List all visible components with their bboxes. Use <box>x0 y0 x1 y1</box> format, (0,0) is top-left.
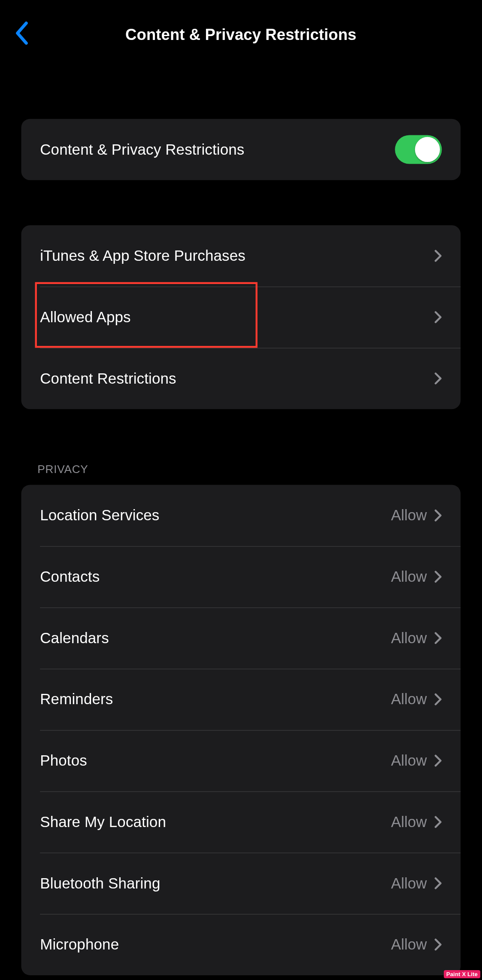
row-label: Bluetooth Sharing <box>40 874 391 892</box>
row-value: Allow <box>391 629 427 647</box>
privacy-group: Location Services Allow Contacts Allow C… <box>21 485 461 975</box>
toggle-knob <box>415 137 440 162</box>
row-label: Content Restrictions <box>40 369 434 387</box>
row-share-my-location[interactable]: Share My Location Allow <box>21 791 461 853</box>
row-calendars[interactable]: Calendars Allow <box>21 608 461 669</box>
main-group: iTunes & App Store Purchases Allowed App… <box>21 225 461 409</box>
row-photos[interactable]: Photos Allow <box>21 730 461 791</box>
restrictions-toggle-label: Content & Privacy Restrictions <box>40 141 395 159</box>
restrictions-toggle[interactable] <box>395 135 442 164</box>
row-value: Allow <box>391 752 427 769</box>
row-value: Allow <box>391 690 427 708</box>
chevron-right-icon <box>434 693 442 705</box>
row-value: Allow <box>391 874 427 892</box>
row-label: Location Services <box>40 507 391 524</box>
chevron-left-icon <box>14 21 28 48</box>
back-button[interactable] <box>6 0 36 69</box>
chevron-right-icon <box>434 372 442 385</box>
privacy-section-header: PRIVACY <box>37 463 444 476</box>
row-content-restrictions[interactable]: Content Restrictions <box>21 348 461 409</box>
row-value: Allow <box>391 813 427 831</box>
row-location-services[interactable]: Location Services Allow <box>21 485 461 546</box>
chevron-right-icon <box>434 509 442 522</box>
row-label: Photos <box>40 752 391 769</box>
page-title: Content & Privacy Restrictions <box>125 25 356 43</box>
row-reminders[interactable]: Reminders Allow <box>21 669 461 730</box>
row-value: Allow <box>391 936 427 953</box>
chevron-right-icon <box>434 632 442 644</box>
row-value: Allow <box>391 568 427 586</box>
watermark-badge: Paint X Lite <box>444 970 480 978</box>
chevron-right-icon <box>434 938 442 951</box>
chevron-right-icon <box>434 311 442 324</box>
row-contacts[interactable]: Contacts Allow <box>21 546 461 608</box>
chevron-right-icon <box>434 571 442 583</box>
row-itunes-purchases[interactable]: iTunes & App Store Purchases <box>21 225 461 287</box>
chevron-right-icon <box>434 877 442 889</box>
toggle-group: Content & Privacy Restrictions <box>21 119 461 180</box>
row-label: Allowed Apps <box>40 308 434 326</box>
row-label: Contacts <box>40 568 391 586</box>
chevron-right-icon <box>434 754 442 767</box>
chevron-right-icon <box>434 816 442 828</box>
header-bar: Content & Privacy Restrictions <box>0 0 482 69</box>
row-microphone[interactable]: Microphone Allow <box>21 914 461 975</box>
chevron-right-icon <box>434 250 442 262</box>
row-label: Share My Location <box>40 813 391 831</box>
row-allowed-apps[interactable]: Allowed Apps <box>21 287 461 348</box>
row-label: Calendars <box>40 629 391 647</box>
row-label: Reminders <box>40 690 391 708</box>
row-value: Allow <box>391 507 427 524</box>
row-label: iTunes & App Store Purchases <box>40 247 434 265</box>
restrictions-toggle-row[interactable]: Content & Privacy Restrictions <box>21 119 461 180</box>
row-bluetooth-sharing[interactable]: Bluetooth Sharing Allow <box>21 853 461 914</box>
row-label: Microphone <box>40 936 391 953</box>
